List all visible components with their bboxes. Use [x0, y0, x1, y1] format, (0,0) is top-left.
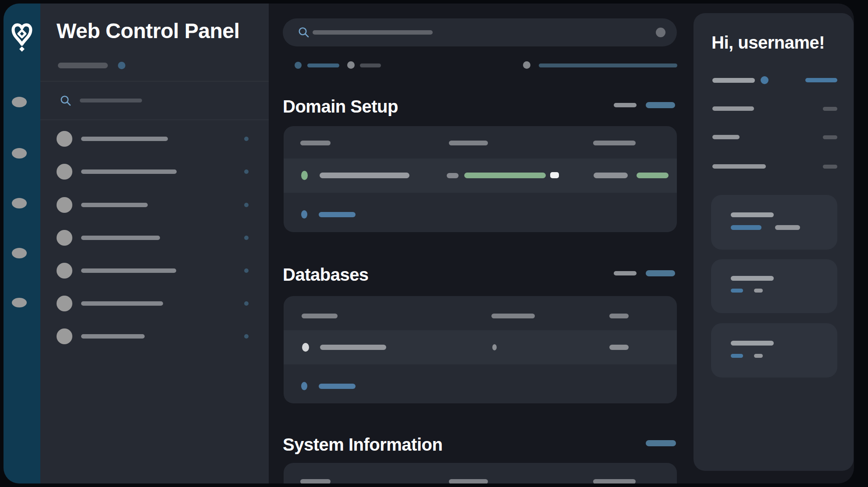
sidebar-item[interactable]: [40, 326, 269, 348]
panel-card: [711, 195, 837, 250]
sidebar-item[interactable]: [40, 227, 269, 249]
breadcrumb-dot[interactable]: [347, 61, 355, 69]
add-link-dot: [301, 210, 307, 219]
item-badge-dot: [244, 137, 249, 141]
rail-nav-icon[interactable]: [12, 148, 27, 159]
breadcrumb: [283, 58, 677, 72]
column-header-skeleton: [609, 314, 629, 318]
info-action-link-skeleton[interactable]: [805, 78, 837, 82]
card-value-skeleton: [775, 225, 800, 230]
add-link-skeleton[interactable]: [319, 384, 356, 389]
sidebar-item[interactable]: [40, 260, 269, 282]
panel-card: [711, 323, 837, 378]
section-primary-button[interactable]: [646, 102, 675, 108]
item-badge-dot: [244, 203, 249, 207]
progress-dot: [523, 61, 530, 69]
item-avatar: [57, 197, 72, 213]
status-dot-green: [301, 171, 308, 180]
sidebar-item[interactable]: [40, 128, 269, 150]
search-placeholder-skeleton: [313, 30, 433, 35]
column-header-skeleton: [491, 314, 535, 318]
global-search-bar[interactable]: [283, 18, 677, 46]
domain-name-skeleton: [320, 173, 409, 178]
progress-track: [539, 64, 677, 67]
databases-table: [284, 296, 677, 403]
cell-skeleton: [447, 173, 459, 178]
rail-nav-icon[interactable]: [12, 298, 27, 307]
cell-dot: [492, 344, 497, 350]
breadcrumb-dot-active[interactable]: [295, 62, 302, 69]
sidebar-item[interactable]: [40, 161, 269, 183]
item-label-skeleton: [81, 301, 163, 306]
item-label-skeleton: [81, 334, 145, 339]
cell-skeleton-green: [637, 173, 669, 178]
info-value-skeleton[interactable]: [823, 165, 837, 169]
item-label-skeleton: [81, 169, 177, 174]
info-label-skeleton: [712, 135, 740, 139]
domain-setup-table: [284, 126, 677, 232]
user-info-row: [694, 158, 854, 175]
section-link-skeleton[interactable]: [614, 271, 637, 275]
panel-card: [711, 259, 837, 313]
sidebar-status-dot[interactable]: [118, 62, 125, 69]
screen: Web Control Panel: [0, 0, 868, 487]
status-badge-white: [550, 172, 559, 178]
info-label-skeleton: [712, 106, 754, 111]
add-link-skeleton[interactable]: [319, 212, 356, 217]
item-avatar: [57, 131, 72, 147]
info-status-dot: [761, 76, 768, 84]
sidebar-search[interactable]: [52, 89, 192, 112]
section-link-skeleton[interactable]: [614, 103, 637, 107]
user-info-row: [694, 128, 854, 146]
search-icon: [297, 26, 310, 39]
add-link-dot: [301, 382, 307, 390]
item-label-skeleton: [81, 236, 160, 240]
info-value-skeleton[interactable]: [823, 135, 837, 139]
card-link-skeleton[interactable]: [731, 225, 761, 230]
column-header-skeleton: [449, 479, 488, 483]
item-badge-dot: [244, 268, 249, 273]
card-link-skeleton[interactable]: [731, 354, 743, 358]
breadcrumb-link-skeleton[interactable]: [307, 64, 339, 67]
card-link-skeleton[interactable]: [731, 289, 743, 293]
item-avatar: [57, 164, 72, 180]
item-label-skeleton: [81, 203, 148, 207]
greeting-title: Hi, username!: [711, 32, 825, 53]
breadcrumb-label-skeleton: [360, 64, 381, 67]
column-header-skeleton: [593, 141, 636, 145]
cell-skeleton: [609, 345, 629, 350]
rail-nav-icon[interactable]: [12, 248, 27, 258]
brand-logo-icon[interactable]: [11, 22, 32, 52]
info-label-skeleton: [712, 78, 755, 83]
info-label-skeleton: [712, 164, 766, 169]
sidebar-item[interactable]: [40, 194, 269, 216]
column-header-skeleton: [300, 141, 331, 145]
card-value-skeleton: [754, 354, 763, 358]
item-avatar: [57, 328, 72, 344]
app-window: Web Control Panel: [4, 4, 854, 483]
search-icon: [59, 94, 72, 107]
column-header-skeleton: [300, 479, 331, 483]
item-label-skeleton: [81, 137, 168, 141]
section-primary-button[interactable]: [646, 270, 675, 276]
section-title-system-information: System Information: [283, 434, 442, 455]
section-primary-button[interactable]: [646, 440, 676, 446]
item-label-skeleton: [81, 268, 176, 273]
search-action-dot[interactable]: [656, 28, 665, 37]
db-icon-dot: [302, 343, 309, 352]
info-value-skeleton[interactable]: [823, 107, 837, 111]
sidebar-item[interactable]: [40, 293, 269, 315]
db-name-skeleton: [320, 345, 386, 350]
item-avatar: [57, 263, 72, 279]
column-header-skeleton: [593, 479, 636, 483]
progress-bar-green: [464, 173, 546, 178]
rail-nav-icon[interactable]: [12, 97, 27, 107]
section-title-databases: Databases: [283, 265, 369, 285]
system-information-table: [284, 463, 677, 483]
divider: [40, 120, 269, 120]
rail-nav-icon[interactable]: [12, 198, 27, 208]
divider: [40, 81, 269, 81]
item-avatar: [57, 230, 72, 246]
sidebar-subtitle-skeleton: [58, 63, 108, 68]
item-avatar: [57, 296, 72, 311]
